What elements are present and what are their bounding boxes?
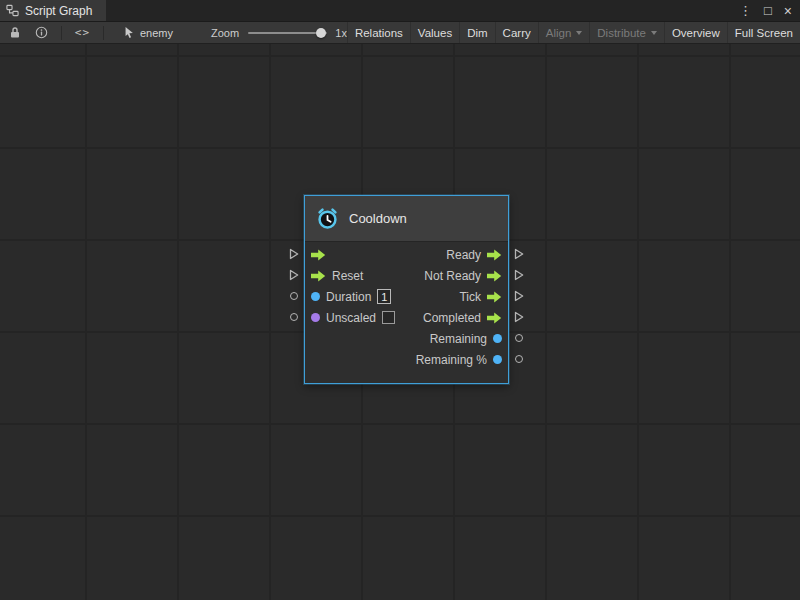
number-port-icon[interactable] (311, 292, 320, 301)
port-row: Duration Tick (305, 286, 508, 307)
node-header[interactable]: Cooldown (305, 196, 508, 242)
port-row: Remaining % (305, 349, 508, 370)
port-row: Ready (305, 244, 508, 265)
flow-in-arrow-icon[interactable] (311, 270, 326, 282)
window-titlebar: Script Graph ⋮ □ × (0, 0, 800, 22)
cooldown-node: Cooldown Ready Reset (288, 195, 525, 384)
circle-port-icon (515, 334, 523, 342)
zoom-slider[interactable] (248, 27, 327, 39)
dim-label: Dim (467, 27, 487, 39)
triangle-port-icon (514, 290, 524, 302)
port-row: Remaining (305, 328, 508, 349)
values-button[interactable]: Values (410, 22, 459, 43)
node-title: Cooldown (349, 211, 407, 226)
fullscreen-button[interactable]: Full Screen (727, 22, 800, 43)
port-value-in-unscaled[interactable] (288, 306, 300, 327)
align-label: Align (546, 27, 572, 39)
close-icon[interactable]: × (784, 4, 792, 18)
port-value-in-duration[interactable] (288, 285, 300, 306)
port-label-unscaled: Unscaled (326, 311, 376, 325)
port-flow-out-ready[interactable] (513, 243, 525, 264)
circle-port-icon (515, 355, 523, 363)
circle-port-icon (290, 292, 298, 300)
port-label-tick: Tick (459, 290, 481, 304)
target-name: enemy (140, 27, 173, 39)
chevron-down-icon (651, 31, 657, 35)
flow-out-arrow-icon[interactable] (487, 270, 502, 282)
port-flow-out-tick[interactable] (513, 285, 525, 306)
carry-label: Carry (503, 27, 531, 39)
triangle-port-icon (514, 248, 524, 260)
unscaled-checkbox[interactable] (382, 311, 395, 324)
lock-button[interactable] (5, 22, 25, 43)
info-icon (35, 26, 48, 39)
node-input-ports (288, 243, 300, 327)
port-flow-out-not-ready[interactable] (513, 264, 525, 285)
distribute-button: Distribute (589, 22, 664, 43)
flow-in-arrow-icon[interactable] (311, 249, 326, 261)
node-box: Cooldown Ready Reset (304, 195, 509, 384)
flow-out-arrow-icon[interactable] (487, 312, 502, 324)
zoom-slider-knob[interactable] (316, 28, 326, 38)
node-output-ports (513, 243, 525, 369)
relations-label: Relations (355, 27, 403, 39)
align-button: Align (538, 22, 590, 43)
port-row: Reset Not Ready (305, 265, 508, 286)
distribute-label: Distribute (597, 27, 646, 39)
window-menu-icon[interactable]: ⋮ (739, 4, 752, 17)
chevron-down-icon (576, 31, 582, 35)
zoom-label: Zoom (211, 27, 239, 39)
maximize-icon[interactable]: □ (764, 4, 772, 17)
port-label-remaining: Remaining (430, 332, 487, 346)
graph-target[interactable]: enemy (123, 26, 173, 39)
triangle-port-icon (514, 269, 524, 281)
info-button[interactable] (31, 22, 52, 43)
values-label: Values (418, 27, 452, 39)
tab-script-graph[interactable]: Script Graph (0, 0, 106, 21)
number-port-icon[interactable] (493, 334, 502, 343)
port-flow-in-reset[interactable] (288, 264, 300, 285)
graph-icon (6, 4, 19, 17)
zoom-value: 1x (335, 27, 347, 39)
bool-port-icon[interactable] (311, 313, 320, 322)
titlebar-spacer (106, 0, 731, 21)
overview-button[interactable]: Overview (664, 22, 727, 43)
graph-canvas[interactable]: Cooldown Ready Reset (0, 44, 800, 600)
graph-toolbar: <> enemy Zoom 1x Relations Values Dim Ca… (0, 22, 800, 44)
overview-label: Overview (672, 27, 720, 39)
pointer-icon (123, 26, 135, 39)
triangle-port-icon (289, 269, 299, 281)
toolbar-actions: Relations Values Dim Carry Align Distrib… (347, 22, 800, 43)
triangle-port-icon (289, 248, 299, 260)
fullscreen-label: Full Screen (735, 27, 793, 39)
carry-button[interactable]: Carry (495, 22, 538, 43)
port-label-completed: Completed (423, 311, 481, 325)
port-label-remaining-pct: Remaining % (416, 353, 487, 367)
port-label-ready: Ready (446, 248, 481, 262)
port-value-out-remaining[interactable] (513, 327, 525, 348)
lock-icon (9, 26, 21, 39)
alarm-clock-icon (315, 206, 340, 231)
port-value-out-remaining-pct[interactable] (513, 348, 525, 369)
tab-title: Script Graph (25, 4, 92, 18)
toolbar-separator (61, 26, 62, 40)
node-body: Ready Reset Not Ready (305, 242, 508, 383)
code-icon: <> (75, 26, 90, 39)
toolbar-separator (103, 26, 104, 40)
port-flow-in[interactable] (288, 243, 300, 264)
flow-out-arrow-icon[interactable] (487, 249, 502, 261)
port-label-reset: Reset (332, 269, 363, 283)
port-label-not-ready: Not Ready (424, 269, 481, 283)
port-label-duration: Duration (326, 290, 371, 304)
port-flow-out-completed[interactable] (513, 306, 525, 327)
dim-button[interactable]: Dim (459, 22, 494, 43)
flow-out-arrow-icon[interactable] (487, 291, 502, 303)
triangle-port-icon (514, 311, 524, 323)
relations-button[interactable]: Relations (347, 22, 410, 43)
circle-port-icon (290, 313, 298, 321)
code-view-button[interactable]: <> (71, 22, 94, 43)
duration-input[interactable] (377, 289, 391, 304)
number-port-icon[interactable] (493, 355, 502, 364)
